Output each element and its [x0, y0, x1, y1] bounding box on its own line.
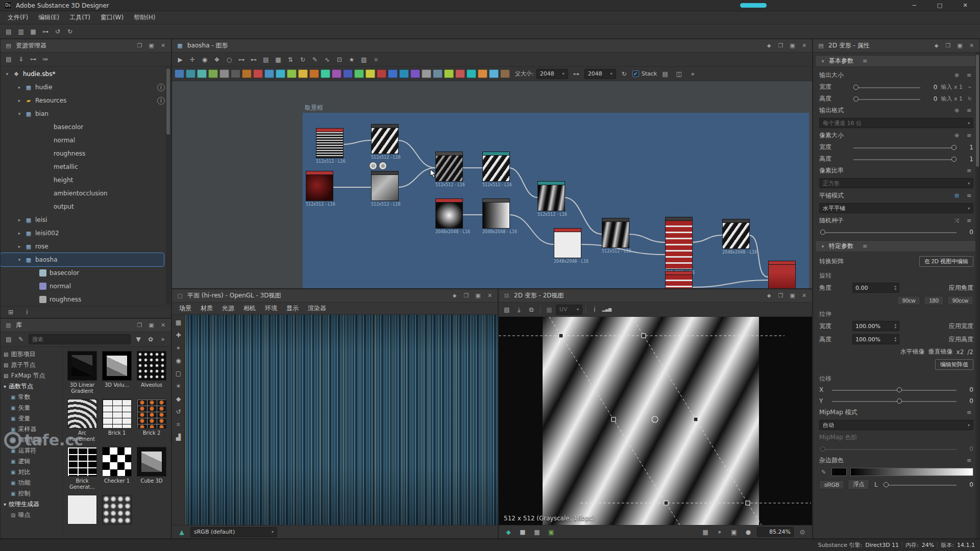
tiling-preview-icon[interactable]: ▦ [531, 527, 543, 538]
gizmo-handle[interactable] [746, 501, 750, 505]
graph-node[interactable]: 512x512 - L16 [665, 217, 693, 275]
pixel-height-slider[interactable] [852, 155, 958, 163]
zoom-lock-icon[interactable]: ⊙ [797, 527, 808, 538]
view3d-menu-item[interactable]: 环境 [261, 303, 281, 314]
import-icon[interactable]: ⇓ [15, 54, 27, 65]
pin-icon[interactable]: ⬥ [450, 292, 459, 299]
apply-angle-button[interactable]: 应用角度 [949, 284, 973, 292]
graph-canvas[interactable]: 取景框 512x512 - L16 512x512 - L16 [172, 81, 812, 288]
param-menu-icon[interactable]: ≡ [965, 107, 973, 114]
section-menu-icon[interactable]: ≡ [861, 243, 869, 249]
library-category[interactable]: ▣ 逻辑 [2, 456, 61, 467]
gizmo-handle[interactable] [642, 334, 646, 338]
color-swatch[interactable] [831, 468, 847, 476]
redo-icon[interactable]: ↻ [64, 26, 76, 37]
inherit-icon[interactable]: ⊕ [952, 72, 961, 79]
section-specific[interactable]: ▾ 特定参数 ≡ [815, 240, 977, 252]
view3d-menu-item[interactable]: 场景 [175, 303, 195, 314]
view3d-render[interactable] [185, 315, 498, 525]
stats-icon[interactable]: ▟ [173, 432, 184, 443]
close-icon[interactable]: ✕ [159, 42, 167, 49]
node-create-icon[interactable] [332, 69, 341, 78]
node-create-icon[interactable] [186, 69, 195, 78]
minimize-button[interactable]: ─ [903, 0, 925, 11]
layers-icon[interactable]: ▤ [659, 68, 671, 80]
view3d-menu-item[interactable]: 相机 [239, 303, 260, 314]
menu-item[interactable]: 帮助(H) [129, 12, 160, 23]
reset-view-icon[interactable]: ↺ [173, 406, 184, 417]
node-create-icon[interactable] [377, 69, 386, 78]
fit-view-icon[interactable]: ▣ [728, 527, 740, 538]
edit-in-2d-view-button[interactable]: 在 2D 视图中编辑 [919, 256, 973, 267]
expand-arrow-icon[interactable]: ▸ [17, 231, 22, 236]
eyedropper-icon[interactable]: ✎ [819, 469, 828, 475]
transform-gizmo[interactable] [499, 317, 811, 525]
hierarchy-icon[interactable]: ⊞ [5, 307, 16, 318]
node-create-icon[interactable] [287, 69, 297, 78]
x2-button[interactable]: x2 [957, 348, 964, 356]
view2d-viewport[interactable]: 512 x 512 (Grayscale, 16bpc) [499, 317, 812, 525]
param-menu-icon[interactable]: ≡ [965, 192, 973, 199]
snap-icon[interactable]: ▦ [273, 54, 284, 65]
graph-node[interactable]: 512x512 - L16 [371, 171, 399, 207]
gizmo-handle[interactable] [694, 417, 698, 421]
target-icon[interactable]: ⌖ [173, 342, 184, 354]
float-icon[interactable]: ❐ [776, 292, 785, 299]
search-input[interactable] [29, 334, 131, 344]
undo-icon[interactable]: ↺ [52, 26, 63, 37]
library-asset[interactable] [66, 495, 99, 526]
rotate-90ccw-button[interactable]: 90ccw [947, 296, 973, 305]
list-view-icon[interactable]: ▤ [3, 334, 14, 345]
angle-stepper[interactable]: 0.00 ▴▾ [852, 283, 899, 293]
maximize-icon[interactable]: ▣ [955, 42, 964, 49]
spline-icon[interactable]: ∿ [322, 54, 333, 65]
view3d-menu-item[interactable]: 渲染器 [304, 303, 330, 314]
section-menu-icon[interactable]: ≡ [861, 58, 869, 64]
library-asset[interactable]: Cube 3D [135, 447, 168, 490]
apply-height-button[interactable]: 应用高度 [949, 335, 973, 344]
panel-split-icon[interactable]: ◫ [673, 68, 684, 80]
graph-node[interactable]: 512x512 - L16 [371, 124, 399, 160]
node-create-icon[interactable] [422, 69, 431, 78]
library-category[interactable]: ▧ 图形项目 [2, 349, 61, 360]
width-slider[interactable] [852, 83, 921, 91]
tree-item[interactable]: basecolor [1, 120, 171, 134]
copy-image-icon[interactable]: ⧉ [526, 304, 537, 315]
node-create-icon[interactable] [219, 69, 229, 78]
mipmap-level-slider[interactable] [819, 445, 958, 453]
library-category[interactable]: ▧ FxMap 节点 [2, 370, 61, 381]
export-image-icon[interactable]: ⤓ [513, 304, 525, 315]
library-asset[interactable]: Checker 1 [101, 447, 133, 490]
tree-item[interactable]: ▸ ▦ hudie i [1, 81, 171, 94]
node-create-icon[interactable] [365, 69, 375, 78]
library-category[interactable]: ▾ 纹理生成器 [2, 499, 61, 510]
graph-node[interactable]: 512x512 - L16 [665, 271, 693, 288]
info-icon[interactable] [157, 70, 165, 78]
library-asset[interactable]: Brick Generat... [66, 447, 99, 490]
mirror-vertical-button[interactable]: 垂直镜像 [928, 347, 953, 356]
menu-item[interactable]: 编辑(E) [34, 12, 64, 23]
info-icon[interactable] [157, 163, 165, 171]
open-icon[interactable]: ▥ [15, 26, 27, 37]
tiling-icon[interactable]: ⊞ [952, 192, 961, 199]
info-icon[interactable] [157, 150, 165, 158]
node-create-icon[interactable] [309, 69, 319, 78]
link-size-icon[interactable]: ⊶ [571, 68, 582, 80]
refresh-icon[interactable]: ↻ [966, 96, 973, 102]
light-icon[interactable]: ☀ [173, 381, 184, 392]
graph-node[interactable]: 512x512 - L16 [316, 128, 344, 164]
colorspace-dropdown[interactable]: sRGB (default)▾ [190, 527, 277, 537]
filter-icon[interactable]: ▼ [133, 334, 144, 345]
edit-icon[interactable]: ✎ [15, 334, 27, 345]
tree-item[interactable]: normal [1, 280, 171, 293]
float-icon[interactable]: ❐ [135, 42, 144, 49]
pin-icon[interactable]: ⬥ [932, 42, 941, 49]
uv-dropdown[interactable]: UV▾ [556, 305, 582, 315]
graph-node[interactable]: 2048x2048 - L16 [435, 198, 463, 234]
save-icon[interactable]: ▦ [28, 26, 39, 37]
luminance-slider[interactable] [883, 481, 958, 489]
library-asset[interactable]: Brick 1 [101, 399, 133, 442]
info-icon[interactable] [157, 269, 165, 277]
seed-slider[interactable] [819, 228, 958, 236]
view3d-menu-item[interactable]: 显示 [282, 303, 303, 314]
